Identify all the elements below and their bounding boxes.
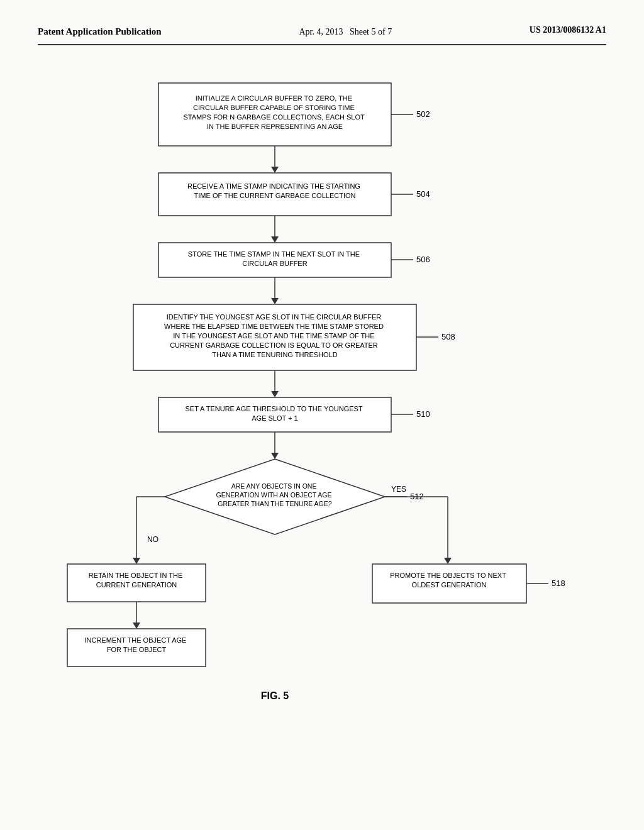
label-518: 518 (552, 578, 565, 588)
arrowhead-508-510 (271, 391, 279, 397)
label-510: 510 (416, 409, 430, 419)
header-publication-label: Patent Application Publication (38, 25, 162, 38)
diamond-512-text: ARE ANY OBJECTS IN ONE GENERATION WITH A… (216, 482, 334, 507)
arrowhead-yes-branch (444, 558, 452, 564)
arrowhead-no-branch (133, 558, 140, 564)
flowchart-container: INITIALIZE A CIRCULAR BUFFER TO ZERO, TH… (52, 64, 592, 758)
header-patent-num: US 2013/0086132 A1 (530, 25, 606, 35)
fig-caption: FIG. 5 (261, 690, 289, 701)
label-506: 506 (416, 255, 430, 264)
arrowhead-506-508 (271, 298, 279, 304)
yes-label: YES (391, 485, 406, 494)
arrowhead-502-504 (271, 167, 279, 173)
no-label: NO (147, 535, 158, 544)
arrowhead-504-506 (271, 236, 279, 243)
label-504: 504 (416, 189, 430, 199)
label-508: 508 (441, 332, 455, 341)
arrowhead-514-516 (133, 622, 140, 629)
page-header: Patent Application Publication Apr. 4, 2… (38, 25, 606, 45)
patent-page: Patent Application Publication Apr. 4, 2… (0, 0, 644, 830)
flowchart-svg: INITIALIZE A CIRCULAR BUFFER TO ZERO, TH… (52, 64, 592, 756)
arrowhead-510-512 (271, 453, 279, 459)
label-502: 502 (416, 109, 430, 119)
header-date-sheet: Apr. 4, 2013 Sheet 5 of 7 (299, 25, 392, 39)
